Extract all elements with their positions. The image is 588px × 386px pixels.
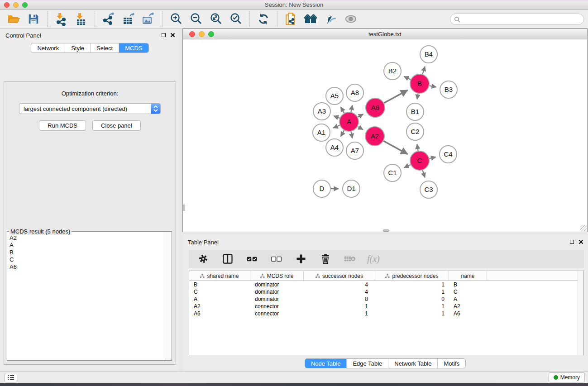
cell-shared_name[interactable]: C: [189, 288, 250, 295]
node-B3[interactable]: B3: [440, 81, 457, 98]
mcds-result-item[interactable]: A6: [8, 263, 165, 271]
hide-details-eye-icon[interactable]: [344, 12, 358, 26]
edge-C-C3[interactable]: [423, 170, 425, 177]
tab-select[interactable]: Select: [90, 43, 119, 52]
tab-mcds[interactable]: MCDS: [119, 43, 148, 52]
create-column-plus-icon[interactable]: [294, 252, 308, 266]
column-header-MCDS-role[interactable]: MCDS role: [250, 271, 304, 281]
node-A6[interactable]: A6: [366, 98, 385, 117]
cell-shared_name[interactable]: A6: [189, 310, 250, 317]
new-network-from-selection-icon[interactable]: [284, 12, 298, 26]
table-options-gear-icon[interactable]: [196, 252, 210, 266]
task-history-button[interactable]: [5, 373, 17, 382]
edge-B-B4[interactable]: [422, 67, 425, 74]
cell-predecessor_nodes[interactable]: 1: [375, 281, 449, 288]
table-row[interactable]: A2connector11A2: [189, 303, 583, 310]
cell-predecessor_nodes[interactable]: 1: [375, 303, 449, 310]
table-tab-edge-table[interactable]: Edge Table: [346, 359, 388, 368]
export-image-icon[interactable]: [141, 12, 156, 26]
resize-grip-icon[interactable]: [580, 225, 587, 231]
column-header-name[interactable]: name: [449, 271, 487, 281]
open-session-icon[interactable]: [6, 12, 21, 26]
cell-shared_name[interactable]: A: [189, 295, 250, 303]
mcds-result-item[interactable]: C: [8, 256, 165, 263]
cell-predecessor_nodes[interactable]: 0: [375, 295, 449, 303]
save-session-icon[interactable]: [26, 12, 41, 26]
node-A3[interactable]: A3: [313, 103, 330, 120]
mcds-result-item[interactable]: B: [8, 249, 165, 256]
cell-successor_nodes[interactable]: 4: [304, 288, 375, 295]
tab-network[interactable]: Network: [31, 43, 65, 52]
mcds-result-item[interactable]: A2: [8, 234, 165, 242]
node-A7[interactable]: A7: [346, 142, 363, 159]
show-columns-icon[interactable]: [220, 252, 235, 266]
cell-name[interactable]: A: [449, 295, 487, 303]
table-tab-node-table[interactable]: Node Table: [305, 359, 347, 368]
node-D[interactable]: D: [313, 180, 330, 197]
table-row[interactable]: Bdominator41B: [189, 281, 583, 288]
node-A8[interactable]: A8: [346, 84, 363, 101]
edge-A-A7[interactable]: [351, 132, 352, 138]
edge-B-B3[interactable]: [430, 86, 436, 87]
column-header-shared-name[interactable]: shared name: [189, 271, 250, 281]
run-mcds-button[interactable]: Run MCDS: [39, 120, 86, 131]
network-canvas[interactable]: B4B2BB3A5A8A6A3AB1A1A2C2A4A7C4CC1DD1C3: [183, 39, 587, 232]
cell-successor_nodes[interactable]: 1: [304, 303, 375, 310]
edge-B-B1[interactable]: [417, 94, 418, 100]
refresh-icon[interactable]: [256, 12, 271, 26]
node-A[interactable]: A: [339, 112, 359, 131]
network-vertical-scrollbar[interactable]: [183, 205, 185, 211]
node-C2[interactable]: C2: [406, 123, 424, 140]
cell-mcds_role[interactable]: connector: [250, 303, 304, 310]
mcds-result-item[interactable]: A: [8, 242, 165, 249]
table-row[interactable]: Adominator80A: [189, 295, 583, 303]
cell-mcds_role[interactable]: dominator: [250, 288, 304, 295]
edge-C-C4[interactable]: [429, 157, 435, 158]
delete-columns-trash-icon[interactable]: [318, 252, 333, 266]
node-A1[interactable]: A1: [313, 124, 330, 141]
node-A2[interactable]: A2: [365, 127, 384, 146]
result-scrollbar[interactable]: [166, 232, 172, 360]
edge-A-A2[interactable]: [358, 127, 363, 130]
cell-mcds_role[interactable]: dominator: [250, 295, 304, 303]
node-B1[interactable]: B1: [406, 103, 424, 120]
node-C4[interactable]: C4: [440, 146, 457, 163]
cell-mcds_role[interactable]: connector: [250, 310, 304, 317]
edge-A-A1[interactable]: [333, 125, 339, 128]
table-scrollbar[interactable]: [578, 271, 583, 355]
tab-style[interactable]: Style: [65, 43, 90, 52]
mcds-result-list[interactable]: A2ABCA6: [8, 234, 165, 359]
memory-button[interactable]: Memory: [549, 372, 585, 382]
cell-shared_name[interactable]: B: [189, 281, 250, 288]
cell-mcds_role[interactable]: dominator: [250, 281, 304, 288]
network-horizontal-scrollbar[interactable]: [383, 229, 389, 232]
cell-successor_nodes[interactable]: 1: [304, 310, 375, 317]
edge-A-A6[interactable]: [358, 114, 363, 117]
node-C[interactable]: C: [410, 151, 429, 170]
float-panel-icon[interactable]: [162, 33, 166, 37]
node-B2[interactable]: B2: [384, 62, 401, 80]
select-all-columns-icon[interactable]: [245, 252, 259, 266]
close-table-panel-icon[interactable]: [578, 239, 583, 244]
cell-name[interactable]: A6: [449, 310, 487, 317]
search-field[interactable]: [450, 14, 584, 25]
zoom-fit-icon[interactable]: [209, 12, 223, 26]
node-D1[interactable]: D1: [343, 180, 360, 197]
cell-name[interactable]: C: [449, 288, 487, 295]
zoom-in-icon[interactable]: [169, 12, 183, 26]
search-input[interactable]: [460, 16, 583, 23]
close-panel-icon[interactable]: [170, 33, 175, 38]
cell-predecessor_nodes[interactable]: 1: [375, 288, 449, 295]
column-header-successor-nodes[interactable]: successor nodes: [304, 271, 375, 281]
edge-A-A3[interactable]: [334, 116, 339, 118]
node-A4[interactable]: A4: [326, 139, 343, 156]
cell-successor_nodes[interactable]: 8: [304, 295, 375, 303]
cell-name[interactable]: B: [449, 281, 487, 288]
edge-A-A5[interactable]: [341, 107, 344, 113]
zoom-out-icon[interactable]: [189, 12, 203, 26]
export-table-icon[interactable]: [121, 12, 136, 26]
apply-style-icon[interactable]: [324, 12, 338, 26]
edge-C-C2[interactable]: [417, 144, 418, 151]
edge-A6-B[interactable]: [384, 90, 407, 103]
edge-A-A4[interactable]: [341, 130, 344, 136]
